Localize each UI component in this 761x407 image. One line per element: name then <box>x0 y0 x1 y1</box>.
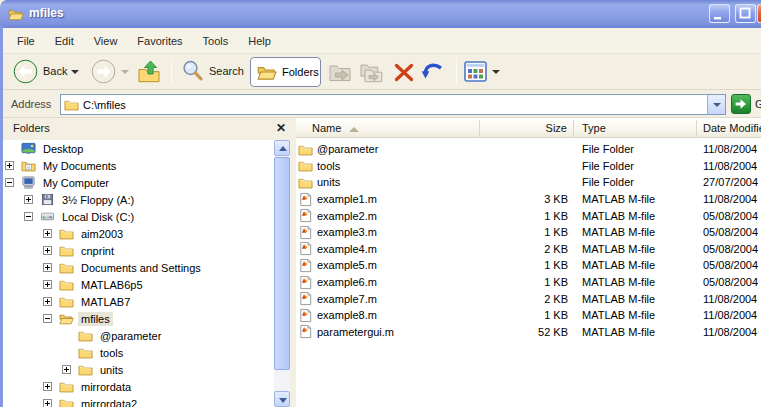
menu-item-favorites[interactable]: Favorites <box>127 32 192 50</box>
tree-item-units[interactable]: units <box>3 361 290 378</box>
file-type-cell: MATLAB M-file <box>574 326 697 338</box>
scroll-down-icon <box>279 398 287 403</box>
file-row-example4-m[interactable]: example4.m2 KBMATLAB M-file05/08/2004 <box>296 241 761 258</box>
tree-item-mirrordata2[interactable]: mirrordata2 <box>3 395 290 407</box>
file-row-parameter[interactable]: @parameterFile Folder11/08/2004 <box>296 141 761 158</box>
expand-plus-icon[interactable] <box>43 395 59 407</box>
menu-item-tools[interactable]: Tools <box>193 32 239 50</box>
expand-plus-icon[interactable] <box>43 259 59 276</box>
expand-plus-icon[interactable] <box>43 378 59 395</box>
column-header-date-modified[interactable]: Date Modified <box>697 120 761 138</box>
tree-item-mfiles[interactable]: mfiles <box>3 310 290 327</box>
tree-item-label: Local Disk (C:) <box>59 210 137 224</box>
column-header-size[interactable]: Size <box>480 120 574 138</box>
file-type-cell: MATLAB M-file <box>574 193 697 205</box>
file-row-example5-m[interactable]: example5.m1 KBMATLAB M-file05/08/2004 <box>296 257 761 274</box>
tree-item-documents-and-settings[interactable]: Documents and Settings <box>3 259 290 276</box>
scrollbar-thumb[interactable] <box>274 157 290 370</box>
desktop-icon <box>21 141 36 156</box>
file-date-cell: 11/08/2004 <box>697 193 761 205</box>
expand-plus-icon[interactable] <box>5 157 21 174</box>
minimize-button[interactable] <box>709 4 730 23</box>
collapse-minus-icon[interactable] <box>5 174 21 191</box>
tree-item-3-floppy-a[interactable]: 3½ Floppy (A:) <box>3 191 290 208</box>
file-name: example1.m <box>317 193 377 205</box>
tree-item-my-computer[interactable]: My Computer <box>3 174 290 191</box>
tree-item-label: tools <box>97 346 126 360</box>
go-button[interactable] <box>731 94 751 114</box>
file-type-cell: MATLAB M-file <box>574 293 697 305</box>
address-combobox[interactable] <box>60 94 726 115</box>
tree-item-desktop[interactable]: Desktop <box>3 140 290 157</box>
tree-item-matlab6p5[interactable]: MATLAB6p5 <box>3 276 290 293</box>
forward-dropdown-icon[interactable] <box>121 70 129 74</box>
file-row-example7-m[interactable]: example7.m2 KBMATLAB M-file11/08/2004 <box>296 290 761 307</box>
list-header: NameSizeTypeDate Modified <box>296 120 761 138</box>
move-to-button[interactable] <box>328 61 352 85</box>
file-row-example2-m[interactable]: example2.m1 KBMATLAB M-file05/08/2004 <box>296 207 761 224</box>
file-type-cell: MATLAB M-file <box>574 309 697 321</box>
expand-plus-icon[interactable] <box>43 242 59 259</box>
file-row-example8-m[interactable]: example8.m1 KBMATLAB M-file11/08/2004 <box>296 307 761 324</box>
file-row-example1-m[interactable]: example1.m3 KBMATLAB M-file11/08/2004 <box>296 191 761 208</box>
matlab-m-file-icon <box>298 275 313 290</box>
address-dropdown-button[interactable] <box>707 95 725 114</box>
forward-button[interactable] <box>91 59 116 86</box>
expand-plus-icon[interactable] <box>62 361 78 378</box>
collapse-minus-icon[interactable] <box>43 310 59 327</box>
file-name-cell: example8.m <box>296 308 480 323</box>
expand-plus-icon[interactable] <box>43 293 59 310</box>
tree-item-my-documents[interactable]: My Documents <box>3 157 290 174</box>
search-button[interactable] <box>180 58 206 87</box>
expand-plus-icon[interactable] <box>43 276 59 293</box>
back-dropdown-icon[interactable] <box>71 70 79 74</box>
views-dropdown-icon[interactable] <box>492 70 500 74</box>
file-name: tools <box>317 160 340 172</box>
back-button[interactable] <box>13 59 38 86</box>
tree-item-cnprint[interactable]: cnprint <box>3 242 290 259</box>
file-row-units[interactable]: unitsFile Folder27/07/2004 <box>296 174 761 191</box>
file-row-parametergui-m[interactable]: parametergui.m52 KBMATLAB M-file11/08/20… <box>296 324 761 341</box>
menu-item-edit[interactable]: Edit <box>45 32 84 50</box>
folder-icon <box>78 362 93 377</box>
tree-item-label: 3½ Floppy (A:) <box>59 193 137 207</box>
tree-item-parameter[interactable]: @parameter <box>3 327 290 344</box>
tree-item-local-disk-c[interactable]: Local Disk (C:) <box>3 208 290 225</box>
window-folder-icon <box>8 6 24 22</box>
menu-item-file[interactable]: File <box>7 32 45 50</box>
collapse-minus-icon[interactable] <box>24 208 40 225</box>
up-button[interactable] <box>136 59 162 87</box>
file-row-example6-m[interactable]: example6.m1 KBMATLAB M-file05/08/2004 <box>296 274 761 291</box>
undo-button[interactable] <box>419 60 446 87</box>
tree-scrollbar[interactable] <box>274 140 290 407</box>
folder-icon <box>78 328 93 343</box>
forward-icon <box>91 59 116 84</box>
delete-button[interactable] <box>392 61 416 86</box>
menu-item-view[interactable]: View <box>84 32 128 50</box>
tree-item-tools[interactable]: tools <box>3 344 290 361</box>
folders-toggle-button[interactable]: Folders <box>250 57 321 87</box>
views-button[interactable] <box>464 61 487 84</box>
column-header-type[interactable]: Type <box>574 120 697 138</box>
menu-item-help[interactable]: Help <box>238 32 281 50</box>
scroll-down-button[interactable] <box>274 391 290 407</box>
copy-to-button[interactable] <box>359 61 383 85</box>
maximize-button[interactable] <box>735 4 756 23</box>
file-row-tools[interactable]: toolsFile Folder11/08/2004 <box>296 158 761 175</box>
close-folders-pane-button[interactable]: ✕ <box>273 120 289 136</box>
address-input[interactable] <box>83 95 683 114</box>
scroll-up-button[interactable] <box>274 140 290 156</box>
close-button[interactable] <box>757 4 761 23</box>
file-date-cell: 11/08/2004 <box>697 160 761 172</box>
expand-plus-icon[interactable] <box>24 191 40 208</box>
column-header-name[interactable]: Name <box>296 120 480 138</box>
tree-item-mirrordata[interactable]: mirrordata <box>3 378 290 395</box>
chevron-down-icon <box>713 103 721 107</box>
file-name-cell: example2.m <box>296 208 480 223</box>
tree-item-matlab7[interactable]: MATLAB7 <box>3 293 290 310</box>
title-bar[interactable]: mfiles <box>0 0 761 28</box>
expand-plus-icon[interactable] <box>43 225 59 242</box>
file-row-example3-m[interactable]: example3.m1 KBMATLAB M-file05/08/2004 <box>296 224 761 241</box>
tree-item-aim2003[interactable]: aim2003 <box>3 225 290 242</box>
address-label: Address <box>11 98 51 110</box>
